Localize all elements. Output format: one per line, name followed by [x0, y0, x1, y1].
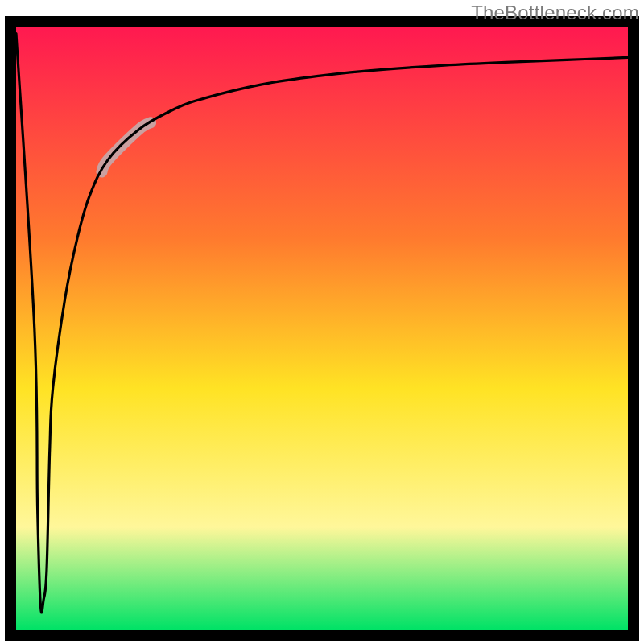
chart-stage: TheBottleneck.com [0, 0, 644, 644]
plot-background [16, 27, 628, 630]
chart-svg [0, 0, 644, 644]
watermark-text: TheBottleneck.com [471, 2, 639, 24]
